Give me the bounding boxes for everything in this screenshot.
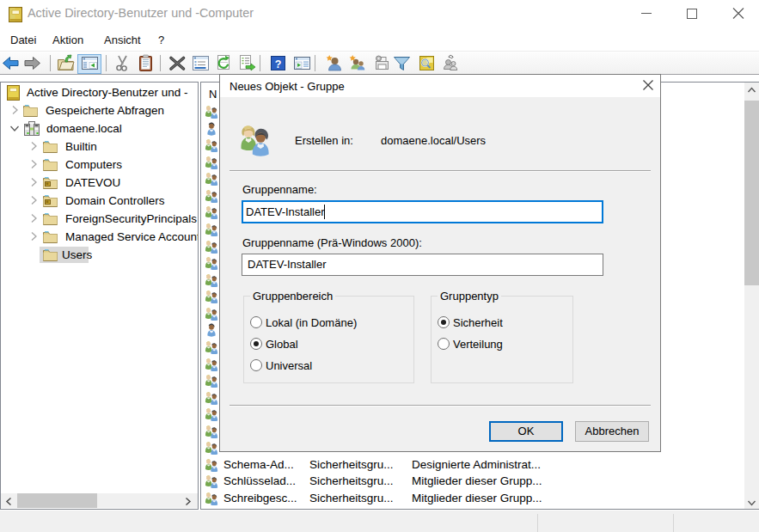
svg-text:?: ? xyxy=(275,58,282,70)
